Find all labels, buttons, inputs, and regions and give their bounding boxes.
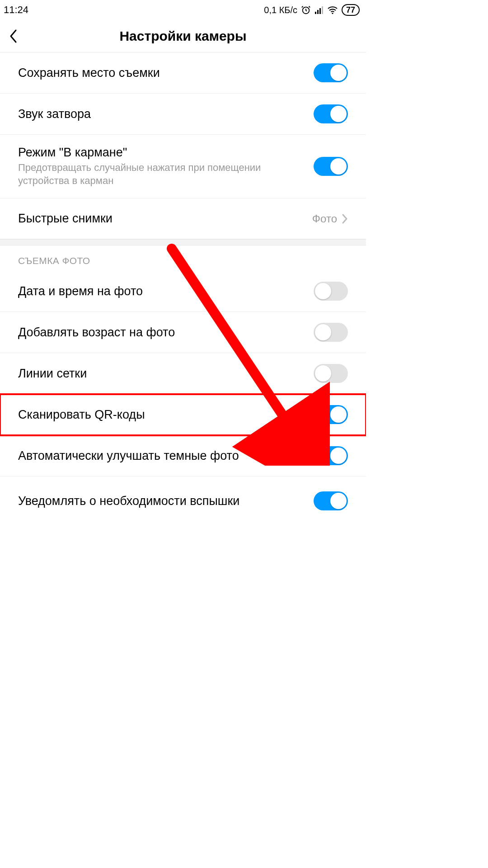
svg-point-5 [332,13,333,14]
toggle-flash-notify[interactable] [314,491,348,510]
row-label: Автоматически улучшать темные фото [18,449,314,463]
row-pocket-mode[interactable]: Режим "В кармане" Предотвращать случайны… [0,135,366,198]
toggle-gridlines[interactable] [314,364,348,383]
row-scan-qr[interactable]: Сканировать QR-коды [0,394,366,435]
row-label: Уведомлять о необходимости вспышки [18,494,314,508]
toggle-pocket-mode[interactable] [314,157,348,176]
row-value: Фото [312,212,337,225]
toggle-scan-qr[interactable] [314,405,348,424]
row-enhance-dark[interactable]: Автоматически улучшать темные фото [0,435,366,476]
row-flash-notify[interactable]: Уведомлять о необходимости вспышки [0,476,366,517]
row-label: Дата и время на фото [18,284,314,298]
alarm-icon [301,5,311,15]
row-label: Добавлять возраст на фото [18,326,314,340]
chevron-right-icon [342,213,348,224]
section-header-photo: СЪЕМКА ФОТО [0,245,366,271]
toggle-shutter-sound[interactable] [314,104,348,123]
status-bar: 11:24 0,1 КБ/с 77 [0,0,366,20]
wifi-icon [327,5,338,14]
toggle-age-stamp[interactable] [314,323,348,342]
row-age-stamp[interactable]: Добавлять возраст на фото [0,312,366,353]
row-save-location[interactable]: Сохранять место съемки [0,52,366,94]
back-button[interactable] [0,20,27,52]
svg-rect-3 [319,8,321,14]
row-label: Линии сетки [18,367,314,381]
row-label: Сохранять место съемки [18,66,314,80]
row-timestamp[interactable]: Дата и время на фото [0,271,366,312]
settings-list: Сохранять место съемки Звук затвора Режи… [0,52,366,517]
row-label: Звук затвора [18,107,314,121]
toggle-timestamp[interactable] [314,282,348,301]
row-label: Режим "В кармане" [18,146,314,160]
toggle-save-location[interactable] [314,63,348,82]
svg-rect-2 [317,10,319,14]
row-quick-shots[interactable]: Быстрые снимки Фото [0,198,366,239]
row-gridlines[interactable]: Линии сетки [0,353,366,394]
cellular-icon [314,5,324,14]
section-divider [0,239,366,245]
status-time: 11:24 [4,4,28,16]
row-label: Быстрые снимки [18,212,312,226]
status-net-speed: 0,1 КБ/с [264,5,297,15]
page-title: Настройки камеры [0,28,366,44]
toggle-enhance-dark[interactable] [314,446,348,465]
row-shutter-sound[interactable]: Звук затвора [0,94,366,135]
svg-rect-4 [322,6,323,14]
app-header: Настройки камеры [0,20,366,52]
battery-indicator: 77 [342,4,360,16]
svg-rect-1 [315,12,316,14]
row-label: Сканировать QR-коды [18,408,314,422]
row-subtitle: Предотвращать случайные нажатия при поме… [18,161,314,187]
